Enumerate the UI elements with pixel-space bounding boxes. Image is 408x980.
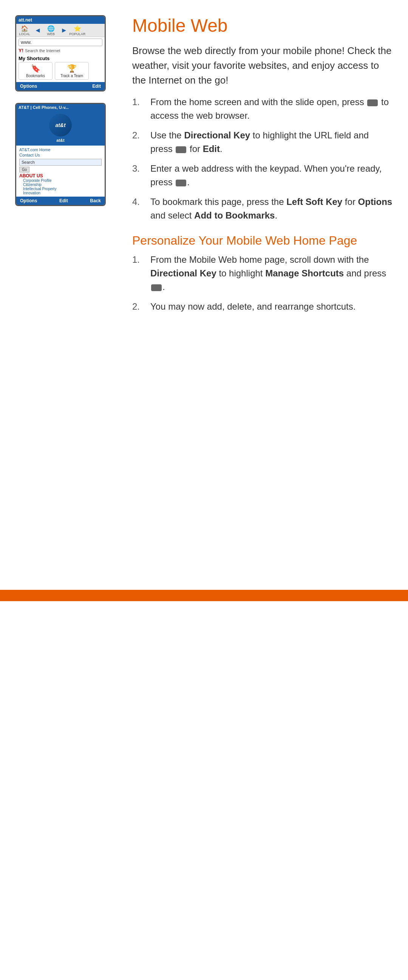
nav-arrow-left: ◄ — [33, 27, 42, 34]
contact-us-link[interactable]: Contact Us — [19, 153, 102, 158]
button-icon-2 — [176, 146, 186, 153]
personalize-step-1-text: From the Mobile Web home page, scroll do… — [150, 253, 393, 294]
web-icon: 🌐 — [47, 25, 55, 32]
phone2-back-btn[interactable]: Back — [90, 198, 101, 204]
phone2-edit-btn[interactable]: Edit — [59, 198, 68, 204]
att-logo-label: at&t — [56, 138, 64, 143]
step-4: 4. To bookmark this page, press the Left… — [132, 195, 393, 222]
page-title: Mobile Web — [132, 15, 393, 36]
button-icon-3 — [176, 180, 186, 186]
left-soft-key-bold: Left Soft Key — [286, 197, 342, 207]
local-icon: 🏠 — [21, 25, 29, 32]
step-3-text: Enter a web address with the keypad. Whe… — [150, 162, 393, 189]
bookmarks-icon: 🔖 — [31, 64, 40, 73]
step-2-number: 2. — [132, 129, 144, 156]
nav-arrow-right: ► — [60, 27, 68, 34]
step-3: 3. Enter a web address with the keypad. … — [132, 162, 393, 189]
phone1-shortcuts-header: My Shortcuts — [16, 54, 105, 62]
step-1-text: From the home screen and with the slide … — [150, 95, 393, 123]
yahoo-logo: Y! — [19, 48, 24, 53]
search-text: Search the Internet — [25, 48, 60, 53]
shortcut1-label: Bookmarks — [26, 74, 45, 78]
step-2-text: Use the Directional Key to highlight the… — [150, 129, 393, 156]
sub-link-4[interactable]: Innovation — [23, 191, 102, 195]
phone2-about-us: ABOUT US — [19, 173, 102, 178]
phone1-nav-local: 🏠 LOCAL — [19, 25, 30, 35]
phone1-url-bar[interactable]: www. — [19, 38, 102, 46]
edit-bold: Edit — [203, 144, 220, 154]
page-content: att.net 🏠 LOCAL ◄ 🌐 WEB ► ⭐ POPULAR — [0, 0, 408, 335]
options-bold: Options — [358, 197, 392, 207]
right-column: Mobile Web Browse the web directly from … — [129, 15, 393, 320]
button-icon-4 — [151, 284, 162, 291]
step-3-number: 3. — [132, 162, 144, 189]
personalize-step-2-text: You may now add, delete, and rearrange s… — [150, 300, 393, 313]
personalize-steps-list: 1. From the Mobile Web home page, scroll… — [132, 253, 393, 313]
att-big-logo: at&t — [49, 114, 72, 137]
sub-link-3[interactable]: Intellectual Property — [23, 187, 102, 191]
phone-mockup-2: AT&T | Cell Phones, U-v... at&t at&t AT&… — [15, 103, 106, 206]
phone1-search-row: Y! Search the Internet — [19, 48, 102, 53]
url-placeholder: www. — [21, 40, 32, 45]
shortcuts-label: My Shortcuts — [19, 56, 49, 61]
phone1-top-bar: att.net — [16, 16, 105, 24]
phone2-search-box[interactable]: Search — [19, 159, 102, 165]
step-4-number: 4. — [132, 195, 144, 222]
phone1-options-btn[interactable]: Options — [20, 84, 37, 89]
phone1-edit-btn[interactable]: Edit — [92, 84, 101, 89]
sub-link-1[interactable]: Corporate Profile — [23, 178, 102, 183]
phone2-options-btn[interactable]: Options — [20, 198, 37, 204]
shortcut-track-team[interactable]: 🏆 Track a Team — [55, 62, 89, 80]
personalize-step-1: 1. From the Mobile Web home page, scroll… — [132, 253, 393, 294]
step-4-text: To bookmark this page, press the Left So… — [150, 195, 393, 222]
att-home-link[interactable]: AT&T.com Home — [19, 147, 102, 153]
phone2-go-button[interactable]: Go — [19, 167, 29, 172]
manage-shortcuts-bold: Manage Shortcuts — [265, 268, 344, 278]
intro-text: Browse the web directly from your mobile… — [132, 43, 393, 88]
phone2-sub-links: Corporate Profile Citizenship Intellectu… — [19, 178, 102, 195]
sub-link-2[interactable]: Citizenship — [23, 183, 102, 187]
phone2-title-text: AT&T | Cell Phones, U-v... — [19, 105, 69, 110]
phone1-shortcuts-grid: 🔖 Bookmarks 🏆 Track a Team — [16, 62, 105, 82]
personalize-step-1-number: 1. — [132, 253, 144, 294]
phone2-logo-area: at&t at&t — [16, 111, 105, 146]
button-icon-1 — [367, 99, 378, 106]
search-placeholder: Search — [22, 160, 35, 164]
phone1-nav-bar: 🏠 LOCAL ◄ 🌐 WEB ► ⭐ POPULAR — [16, 24, 105, 37]
shortcut-bookmarks[interactable]: 🔖 Bookmarks — [19, 62, 52, 80]
main-steps-list: 1. From the home screen and with the sli… — [132, 95, 393, 222]
phone1-bottom-bar: Options Edit — [16, 82, 105, 91]
att-logo-text: at&t — [55, 122, 65, 128]
phone2-links-area: AT&T.com Home Contact Us Search Go ABOUT… — [16, 146, 105, 197]
phone2-title-bar: AT&T | Cell Phones, U-v... — [16, 104, 105, 111]
phone1-nav-web: 🌐 WEB — [45, 25, 57, 35]
personalize-step-2: 2. You may now add, delete, and rearrang… — [132, 300, 393, 313]
track-icon: 🏆 — [67, 64, 77, 73]
star-icon: ⭐ — [74, 25, 81, 32]
directional-key-bold: Directional Key — [184, 130, 250, 140]
personalize-subtitle: Personalize Your Mobile Web Home Page — [132, 234, 393, 248]
step-2: 2. Use the Directional Key to highlight … — [132, 129, 393, 156]
phone1-url: att.net — [19, 18, 32, 23]
left-column: att.net 🏠 LOCAL ◄ 🌐 WEB ► ⭐ POPULAR — [15, 15, 113, 320]
phone-mockup-1: att.net 🏠 LOCAL ◄ 🌐 WEB ► ⭐ POPULAR — [15, 15, 106, 92]
step-1: 1. From the home screen and with the sli… — [132, 95, 393, 123]
orange-bottom-bar — [0, 590, 408, 601]
step-1-number: 1. — [132, 95, 144, 123]
phone1-nav-popular: ⭐ POPULAR — [71, 25, 84, 35]
phone2-bottom-bar: Options Edit Back — [16, 197, 105, 205]
personalize-step-2-number: 2. — [132, 300, 144, 313]
add-bookmarks-bold: Add to Bookmarks — [194, 210, 275, 220]
directional-key-bold-2: Directional Key — [150, 268, 216, 278]
shortcut2-label: Track a Team — [60, 74, 83, 78]
